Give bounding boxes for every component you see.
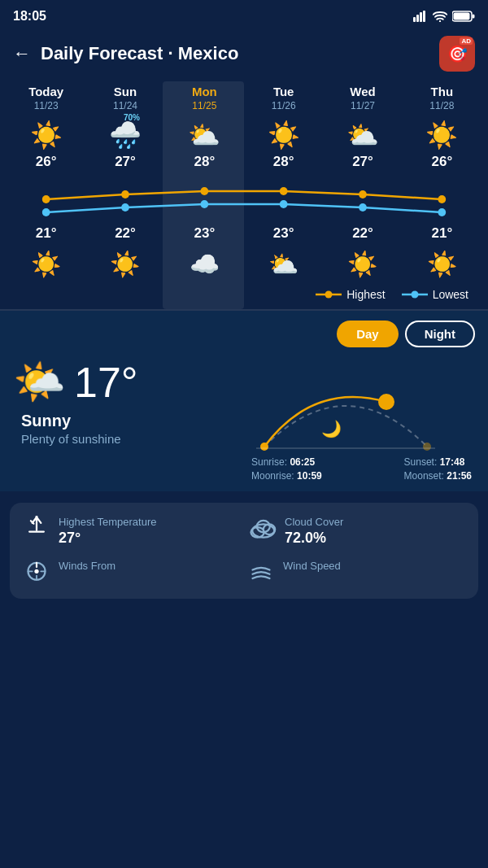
highest-temp-info: Highest Temperature 27° bbox=[59, 516, 241, 547]
svg-rect-6 bbox=[454, 13, 470, 20]
day-thu[interactable]: Thu 11/28 bbox=[403, 85, 481, 111]
stat-winds-from: Winds From bbox=[23, 560, 241, 586]
high-temps-row: 26° 27° 28° 28° 27° 26° bbox=[7, 154, 481, 170]
current-left: 🌤️ 17° Sunny Plenty of sunshine bbox=[13, 357, 240, 446]
days-row: Today 11/23 Sun 11/24 Mon 11/25 Tue 11/2… bbox=[7, 81, 481, 115]
current-weather: 🌤️ 17° Sunny Plenty of sunshine 🌙 bbox=[13, 357, 475, 482]
svg-point-17 bbox=[280, 200, 288, 208]
current-desc: Plenty of sunshine bbox=[21, 432, 240, 446]
day-button[interactable]: Day bbox=[337, 321, 399, 347]
svg-point-14 bbox=[42, 208, 50, 216]
signal-icon bbox=[413, 11, 428, 22]
svg-point-19 bbox=[438, 208, 446, 216]
wifi-icon bbox=[433, 11, 447, 22]
day-mon[interactable]: Mon 11/25 bbox=[165, 85, 244, 111]
icon-sun: 🌧️ 70% bbox=[85, 120, 164, 150]
stat-highest-temp: Highest Temperature 27° bbox=[23, 516, 241, 547]
day-today[interactable]: Today 11/23 bbox=[7, 85, 85, 111]
icon-wed: ⛅ bbox=[323, 120, 402, 150]
highest-temp-icon bbox=[23, 516, 50, 542]
svg-rect-7 bbox=[473, 15, 475, 19]
icon-today: ☀️ bbox=[7, 120, 85, 150]
day-tue[interactable]: Tue 11/26 bbox=[244, 85, 323, 111]
weather-icons-row: ☀️ 🌧️ 70% ⛅ ☀️ ⛅ ☀️ bbox=[7, 115, 481, 154]
svg-point-16 bbox=[200, 200, 208, 208]
svg-point-13 bbox=[438, 195, 446, 203]
low-temps-row: 21° 22° 23° 23° 22° 21° bbox=[7, 225, 481, 242]
icon-thu: ☀️ bbox=[403, 120, 481, 150]
sun-arc-container: 🌙 bbox=[248, 357, 443, 463]
status-bar: 18:05 bbox=[0, 0, 488, 29]
battery-icon bbox=[452, 11, 475, 22]
day-night-toggle: Day Night bbox=[13, 321, 475, 347]
night-button[interactable]: Night bbox=[405, 321, 475, 347]
svg-point-41 bbox=[34, 569, 38, 574]
winds-from-info: Winds From bbox=[59, 560, 241, 574]
temp-chart bbox=[7, 173, 481, 222]
svg-point-4 bbox=[439, 20, 441, 22]
wind-speed-info: Wind Speed bbox=[283, 560, 465, 574]
day-wed[interactable]: Wed 11/27 bbox=[323, 85, 402, 111]
svg-rect-0 bbox=[413, 17, 416, 22]
svg-point-24 bbox=[378, 394, 394, 410]
icon-mon: ⛅ bbox=[165, 120, 244, 150]
legend-highest: Highest bbox=[316, 288, 385, 301]
current-condition: Sunny bbox=[21, 412, 240, 430]
current-sun-icon: 🌤️ bbox=[13, 357, 66, 407]
back-button[interactable]: ← bbox=[13, 43, 31, 64]
svg-point-15 bbox=[121, 203, 129, 212]
icon-tue: ☀️ bbox=[244, 120, 323, 150]
header-left: ← Daily Forecast · Mexico bbox=[13, 43, 238, 64]
svg-point-26 bbox=[260, 443, 268, 451]
svg-point-9 bbox=[121, 190, 129, 198]
day-night-section: Day Night 🌤️ 17° Sunny Plenty of sunshin… bbox=[0, 311, 488, 491]
svg-point-8 bbox=[42, 195, 50, 203]
svg-rect-1 bbox=[416, 15, 419, 22]
stats-section: Highest Temperature 27° Cloud Cover 72.0… bbox=[10, 503, 478, 599]
status-time: 18:05 bbox=[13, 9, 46, 24]
cloud-icon bbox=[247, 516, 277, 539]
bottom-icons-row: ☀️ ☀️ ☁️ ⛅ ☀️ ☀️ bbox=[7, 242, 481, 285]
svg-point-21 bbox=[325, 291, 333, 299]
status-icons bbox=[413, 11, 475, 22]
ad-badge[interactable]: 🎯 bbox=[439, 36, 475, 72]
svg-point-23 bbox=[411, 291, 418, 299]
legend-lowest: Lowest bbox=[402, 288, 468, 301]
svg-rect-3 bbox=[423, 11, 425, 22]
sun-arc-area: 🌙 Sunrise: 06:25 Moonrise bbox=[240, 357, 475, 482]
svg-point-18 bbox=[359, 203, 367, 212]
forecast-section: Today 11/23 Sun 11/24 Mon 11/25 Tue 11/2… bbox=[0, 81, 488, 309]
legend-row: Highest Lowest bbox=[7, 285, 481, 309]
current-top: 🌤️ 17° bbox=[13, 357, 240, 407]
current-temp: 17° bbox=[74, 358, 138, 407]
svg-rect-2 bbox=[420, 12, 422, 22]
svg-text:🌙: 🌙 bbox=[321, 419, 342, 438]
svg-point-27 bbox=[423, 443, 431, 451]
stat-cloud-cover: Cloud Cover 72.0% bbox=[247, 516, 465, 547]
day-sun[interactable]: Sun 11/24 bbox=[85, 85, 164, 111]
stat-wind-speed: Wind Speed bbox=[247, 560, 465, 586]
svg-point-12 bbox=[359, 190, 367, 198]
page-title: Daily Forecast · Mexico bbox=[41, 43, 238, 64]
wind-speed-icon bbox=[247, 560, 275, 586]
wind-from-icon bbox=[23, 560, 50, 586]
svg-point-10 bbox=[200, 187, 208, 195]
header: ← Daily Forecast · Mexico 🎯 bbox=[0, 29, 488, 81]
svg-point-11 bbox=[280, 187, 288, 195]
cloud-cover-info: Cloud Cover 72.0% bbox=[285, 516, 465, 547]
